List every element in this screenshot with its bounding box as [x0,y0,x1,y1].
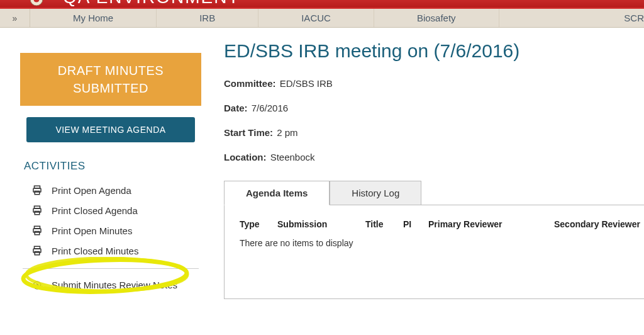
app-header: QA ENVIRONMENT [0,0,644,9]
sidebar-divider [23,268,199,269]
main-nav: » My Home IRB IACUC Biosafety SCR [0,9,644,28]
nav-expand-icon[interactable]: » [0,9,30,27]
location-value: Steenbock [270,152,315,162]
meta-start-time: Start Time: 2 pm [224,127,644,138]
printer-icon [30,225,44,236]
activities-heading: ACTIVITIES [24,160,201,173]
meta-committee: Committee: ED/SBS IRB [224,78,644,89]
location-label: Location: [224,152,267,162]
col-secondary-reviewer: Secondary Reviewer [554,219,644,229]
col-submission: Submission [277,219,365,229]
activity-print-closed-minutes[interactable]: Print Closed Minutes [30,241,201,261]
tab-history-log[interactable]: History Log [330,181,421,205]
page-title: ED/SBS IRB meeting on (7/6/2016) [224,40,644,62]
committee-value: ED/SBS IRB [280,78,333,89]
app-title: QA ENVIRONMENT [63,0,240,8]
submit-minutes-review-notes[interactable]: Submit Minutes Review Notes [30,275,201,295]
col-pi: PI [403,219,428,229]
nav-scr[interactable]: SCR [499,9,644,27]
nav-biosafety[interactable]: Biosafety [374,9,499,27]
arrow-right-icon [30,281,44,290]
nav-myhome[interactable]: My Home [30,9,157,27]
activity-print-open-minutes[interactable]: Print Open Minutes [30,220,201,241]
activity-print-closed-agenda[interactable]: Print Closed Agenda [30,200,201,220]
tab-agenda-items[interactable]: Agenda Items [224,181,330,205]
activity-label: Print Closed Agenda [52,205,138,216]
start-time-label: Start Time: [224,127,273,138]
sidebar: DRAFT MINUTESSUBMITTED VIEW MEETING AGEN… [0,53,201,295]
view-meeting-agenda-button[interactable]: VIEW MEETING AGENDA [26,117,195,142]
status-banner: DRAFT MINUTESSUBMITTED [20,53,201,106]
status-text: DRAFT MINUTESSUBMITTED [58,64,164,95]
meta-date: Date: 7/6/2016 [224,103,644,113]
start-time-value: 2 pm [277,127,297,138]
printer-icon [30,185,44,196]
tab-row: Agenda Items History Log [224,180,644,205]
committee-label: Committee: [224,78,276,89]
activity-print-open-agenda[interactable]: Print Open Agenda [30,180,201,200]
tab-panel-agenda-items: Type Submission Title PI Primary Reviewe… [224,205,644,299]
date-label: Date: [224,103,248,113]
svg-point-14 [33,281,41,289]
activity-label: Print Closed Minutes [52,246,138,256]
date-value: 7/6/2016 [252,103,288,113]
activity-label: Submit Minutes Review Notes [52,280,177,290]
meta-location: Location: Steenbock [224,152,644,162]
col-primary-reviewer: Primary Reviewer [428,219,554,229]
activity-label: Print Open Minutes [52,225,132,236]
nav-irb[interactable]: IRB [157,9,258,27]
main-content: ED/SBS IRB meeting on (7/6/2016) Committ… [201,28,644,299]
activity-label: Print Open Agenda [52,185,131,196]
printer-icon [30,245,44,256]
grid-empty-message: There are no items to display [240,233,644,248]
printer-icon [30,205,44,216]
org-logo [25,0,48,6]
col-title: Title [365,219,403,229]
col-type: Type [240,219,277,229]
grid-header-row: Type Submission Title PI Primary Reviewe… [240,219,644,233]
nav-iacuc[interactable]: IACUC [258,9,374,27]
